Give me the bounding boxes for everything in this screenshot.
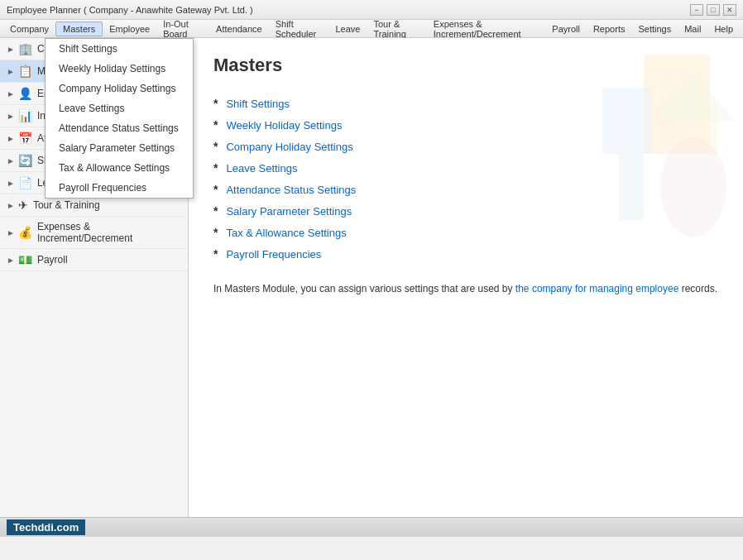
sidebar-icon-employee: 👤 [18, 87, 32, 100]
app-layout: ► 🏢 Company ► 📋 Masters ► 👤 Employee ► 📊… [0, 38, 743, 517]
expand-icon-in-out-board: ► [7, 112, 15, 121]
bullet-payroll-frequencies: * [213, 247, 218, 261]
minimize-button[interactable]: − [690, 4, 703, 16]
bullet-salary-parameter-settings: * [213, 204, 218, 218]
menu-item-help[interactable]: Help [707, 22, 740, 36]
bullet-leave-settings: * [213, 161, 218, 175]
page-title: Masters [213, 55, 718, 76]
master-item-attendance-status-settings: * Attendance Status Settings [213, 179, 718, 200]
app-title: Employee Planner ( Company - Anawhite Ga… [7, 5, 253, 15]
expand-icon-payroll: ► [7, 256, 15, 265]
menu-bar: CompanyMastersEmployeeIn-Out BoardAttend… [0, 20, 743, 38]
expand-icon-expenses: ► [7, 228, 15, 237]
menu-item-masters[interactable]: Masters [55, 22, 103, 36]
master-link-shift-settings[interactable]: Shift Settings [226, 98, 290, 110]
expand-icon-employee: ► [7, 89, 15, 98]
master-item-leave-settings: * Leave Settings [213, 157, 718, 179]
sidebar-icon-payroll: 💵 [18, 253, 32, 266]
master-link-company-holiday-settings[interactable]: Company Holiday Settings [226, 141, 352, 153]
brand-logo: Techddi.com [7, 519, 85, 535]
dropdown-item-attendance-status[interactable]: Attendance Status Settings [46, 118, 193, 138]
menu-item-in-out-board[interactable]: In-Out Board [156, 17, 209, 41]
menu-item-mail[interactable]: Mail [678, 22, 707, 36]
highlighted-text: the company for managing employee [515, 283, 678, 294]
expand-icon-leave: ► [7, 179, 15, 188]
master-item-tax-allowance-settings: * Tax & Allowance Settings [213, 222, 718, 243]
menu-item-payroll[interactable]: Payroll [545, 22, 587, 36]
bullet-company-holiday-settings: * [213, 140, 218, 153]
master-link-leave-settings[interactable]: Leave Settings [226, 162, 297, 175]
dropdown-item-salary-parameter[interactable]: Salary Parameter Settings [46, 138, 193, 158]
close-button[interactable]: ✕ [723, 4, 736, 16]
dropdown-item-payroll-frequencies[interactable]: Payroll Frequencies [46, 178, 193, 198]
bullet-shift-settings: * [213, 97, 218, 110]
master-item-shift-settings: * Shift Settings [213, 93, 718, 114]
sidebar-icon-in-out-board: 📊 [18, 109, 32, 122]
dropdown-item-shift-settings[interactable]: Shift Settings [46, 39, 193, 59]
master-link-weekly-holiday-settings[interactable]: Weekly Holiday Settings [226, 119, 342, 132]
menu-item-tour-training[interactable]: Tour & Training [367, 17, 426, 41]
menu-item-reports[interactable]: Reports [587, 22, 632, 36]
expand-icon-shift-scheduler: ► [7, 156, 15, 165]
menu-item-shift-scheduler[interactable]: Shift Scheduler [269, 17, 329, 41]
master-link-payroll-frequencies[interactable]: Payroll Frequencies [226, 248, 321, 261]
description-text: In Masters Module, you can assign variou… [213, 281, 718, 297]
masters-list: * Shift Settings * Weekly Holiday Settin… [213, 93, 718, 265]
main-content: Masters * Shift Settings * Weekly Holida… [189, 38, 743, 517]
bullet-attendance-status-settings: * [213, 183, 218, 196]
status-bar: Techddi.com [0, 517, 743, 537]
master-link-salary-parameter-settings[interactable]: Salary Parameter Settings [226, 205, 352, 218]
master-link-attendance-status-settings[interactable]: Attendance Status Settings [226, 184, 356, 196]
dropdown-item-leave-settings[interactable]: Leave Settings [46, 98, 193, 118]
master-item-payroll-frequencies: * Payroll Frequencies [213, 243, 718, 265]
dropdown-item-weekly-holiday[interactable]: Weekly Holiday Settings [46, 59, 193, 79]
master-item-weekly-holiday-settings: * Weekly Holiday Settings [213, 114, 718, 136]
dropdown-item-company-holiday[interactable]: Company Holiday Settings [46, 79, 193, 98]
expand-icon-attendance: ► [7, 134, 15, 143]
bullet-weekly-holiday-settings: * [213, 118, 218, 132]
expand-icon-masters: ► [7, 67, 15, 76]
window-controls: − □ ✕ [690, 4, 736, 16]
master-link-tax-allowance-settings[interactable]: Tax & Allowance Settings [226, 227, 346, 239]
bullet-tax-allowance-settings: * [213, 226, 218, 239]
sidebar-icon-shift-scheduler: 🔄 [18, 154, 32, 167]
dropdown-item-tax-allowance[interactable]: Tax & Allowance Settings [46, 158, 193, 178]
sidebar-item-payroll[interactable]: ► 💵 Payroll [0, 249, 188, 271]
maximize-button[interactable]: □ [707, 4, 720, 16]
menu-item-leave[interactable]: Leave [329, 22, 367, 36]
sidebar-icon-company: 🏢 [18, 42, 32, 55]
menu-item-company[interactable]: Company [3, 22, 55, 36]
expand-icon-tour-training: ► [7, 201, 15, 210]
master-item-company-holiday-settings: * Company Holiday Settings [213, 136, 718, 157]
sidebar-icon-leave: 📄 [18, 176, 32, 189]
masters-dropdown: Shift SettingsWeekly Holiday SettingsCom… [45, 38, 194, 199]
sidebar-item-expenses[interactable]: ► 💰 Expenses & Increment/Decrement [0, 217, 188, 249]
menu-item-employee[interactable]: Employee [103, 22, 156, 36]
sidebar-icon-tour-training: ✈ [18, 199, 28, 212]
menu-item-attendance[interactable]: Attendance [209, 22, 269, 36]
sidebar-label-expenses: Expenses & Increment/Decrement [37, 221, 181, 244]
sidebar-icon-expenses: 💰 [18, 226, 32, 239]
sidebar-label-payroll: Payroll [37, 254, 68, 266]
menu-item-settings[interactable]: Settings [631, 22, 678, 36]
sidebar-label-tour-training: Tour & Training [33, 199, 100, 211]
master-item-salary-parameter-settings: * Salary Parameter Settings [213, 200, 718, 222]
expand-icon-company: ► [7, 45, 15, 54]
menu-item-expenses[interactable]: Expenses & Increment/Decrement [427, 17, 546, 41]
sidebar-icon-masters: 📋 [18, 65, 32, 78]
sidebar-icon-attendance: 📅 [18, 132, 32, 145]
